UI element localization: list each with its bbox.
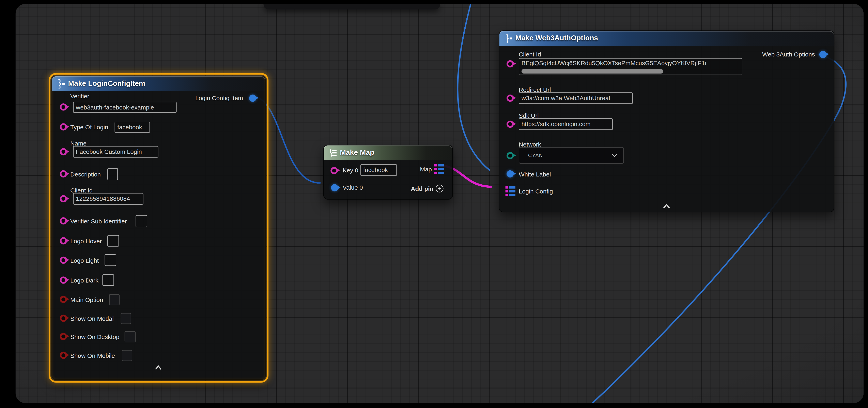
pin-sdk-url[interactable]	[506, 120, 514, 128]
logo-hover-input[interactable]	[107, 235, 119, 246]
pin-verifier-sub-identifier[interactable]	[59, 217, 67, 225]
pin-label-show-on-mobile: Show On Mobile	[70, 352, 115, 359]
pin-label-white-label: White Label	[519, 171, 551, 177]
name-input[interactable]: Facebook Custom Login	[73, 146, 158, 158]
pin-description[interactable]	[59, 170, 67, 178]
key-0-input[interactable]: facebook	[361, 164, 397, 176]
pin-label-verifier-sub-identifier: Verifier Sub Identifier	[70, 218, 127, 225]
node-header[interactable]: Make LoginConfigItem	[52, 76, 265, 91]
output-pin-label: Web 3Auth Options	[762, 51, 815, 58]
pin-label-logo-dark: Logo Dark	[70, 277, 98, 284]
pin-label-login-config: Login Config	[519, 188, 553, 195]
pin-type-of-login[interactable]	[59, 123, 67, 131]
pin-logo-light[interactable]	[59, 256, 67, 264]
node-title: Make LoginConfigItem	[68, 79, 145, 88]
pin-client-id[interactable]	[506, 60, 514, 68]
show-on-modal-checkbox[interactable]	[121, 313, 131, 324]
pin-web3auth-options-output[interactable]	[819, 50, 827, 59]
client-id-value: BEglQSgt4cUWcj6SKRdu5QkOXTsePmMcusG5EAoy…	[522, 60, 706, 66]
client-id-input[interactable]: 1222658941886084	[73, 193, 144, 205]
make-struct-icon	[504, 34, 513, 43]
collapse-node-chevron-icon[interactable]	[662, 203, 671, 209]
pin-network[interactable]	[506, 151, 514, 160]
pin-label-description: Description	[70, 171, 101, 177]
chevron-down-icon	[611, 153, 618, 158]
redirect-url-input[interactable]: w3a://com.w3a.Web3AuthUnreal	[519, 92, 633, 104]
pin-label-key-0: Key 0	[343, 167, 358, 174]
client-id-scrollbar[interactable]	[522, 69, 663, 74]
pin-client-id[interactable]	[59, 195, 67, 203]
wire-top-to-whitelabel[interactable]	[458, 4, 489, 170]
collapse-node-chevron-icon[interactable]	[154, 365, 163, 370]
blueprint-canvas: Make LoginConfigItem Login Config Item V…	[0, 0, 868, 408]
graph-grid[interactable]: Make LoginConfigItem Login Config Item V…	[16, 4, 864, 403]
output-pin-label: Login Config Item	[195, 95, 243, 101]
add-pin-label: Add pin	[411, 185, 434, 192]
pin-label-show-on-desktop: Show On Desktop	[70, 334, 119, 340]
pin-label-show-on-modal: Show On Modal	[70, 315, 114, 322]
pin-value-0[interactable]	[331, 183, 339, 192]
pin-logo-hover[interactable]	[59, 237, 67, 245]
pin-label-sdk-url: Sdk Url	[519, 112, 539, 119]
pin-label-logo-light: Logo Light	[70, 257, 99, 264]
pin-label-name: Name	[70, 140, 87, 146]
node-title: Make Web3AuthOptions	[516, 34, 598, 42]
network-dropdown-value: CYAN	[528, 152, 543, 158]
pin-label-redirect-url: Redirect Url	[519, 86, 551, 93]
pin-label-client-id: Client Id	[70, 187, 93, 194]
pin-label-main-option: Main Option	[70, 297, 103, 303]
show-on-desktop-checkbox[interactable]	[125, 331, 136, 342]
make-struct-icon	[57, 79, 66, 89]
offscreen-node-bottom-edge[interactable]	[264, 4, 440, 9]
pin-logo-dark[interactable]	[59, 276, 67, 284]
main-option-checkbox[interactable]	[109, 294, 120, 305]
verifier-input[interactable]: web3auth-facebook-example	[73, 102, 177, 113]
node-make-map[interactable]: Make Map Key 0 facebook Map Value 0 Add …	[323, 145, 453, 200]
pin-name[interactable]	[59, 148, 67, 156]
pin-label-client-id: Client Id	[519, 51, 541, 58]
pin-show-on-modal[interactable]	[59, 314, 67, 322]
pin-login-config[interactable]	[505, 186, 516, 196]
pin-redirect-url[interactable]	[506, 94, 514, 102]
verifier-sub-identifier-input[interactable]	[135, 215, 147, 227]
add-pin-button[interactable]	[436, 185, 443, 193]
pin-white-label[interactable]	[506, 170, 514, 178]
pin-label-logo-hover: Logo Hover	[70, 238, 102, 244]
pin-label-verifier: Verifier	[70, 93, 89, 100]
description-input[interactable]	[107, 168, 118, 180]
node-header[interactable]: Make Web3AuthOptions	[499, 31, 834, 46]
make-map-icon	[328, 148, 338, 158]
pin-main-option[interactable]	[59, 295, 67, 304]
type-of-login-input[interactable]: facebook	[115, 122, 150, 133]
logo-dark-input[interactable]	[102, 274, 114, 286]
pin-map-output[interactable]	[434, 164, 444, 174]
pin-label-network: Network	[519, 141, 541, 148]
node-make-web3authoptions[interactable]: Make Web3AuthOptions Web 3Auth Options C…	[499, 30, 834, 212]
logo-light-input[interactable]	[104, 254, 116, 266]
pin-login-config-item-output[interactable]	[249, 94, 257, 102]
node-header[interactable]: Make Map	[324, 145, 452, 160]
pin-label-type-of-login: Type Of Login	[70, 124, 108, 131]
node-title: Make Map	[340, 148, 374, 157]
sdk-url-input[interactable]: https://sdk.openlogin.com	[519, 118, 613, 130]
node-make-loginconfigitem[interactable]: Make LoginConfigItem Login Config Item V…	[52, 76, 266, 380]
client-id-input[interactable]: BEglQSgt4cUWcj6SKRdu5QkOXTsePmMcusG5EAoy…	[519, 58, 742, 75]
pin-show-on-mobile[interactable]	[59, 351, 67, 360]
output-pin-label: Map	[420, 166, 432, 173]
show-on-mobile-checkbox[interactable]	[122, 350, 132, 361]
pin-verifier[interactable]	[59, 103, 67, 111]
network-dropdown[interactable]: CYAN	[519, 147, 624, 164]
pin-show-on-desktop[interactable]	[59, 332, 67, 341]
pin-key-0[interactable]	[330, 166, 338, 175]
pin-label-value-0: Value 0	[343, 184, 363, 191]
